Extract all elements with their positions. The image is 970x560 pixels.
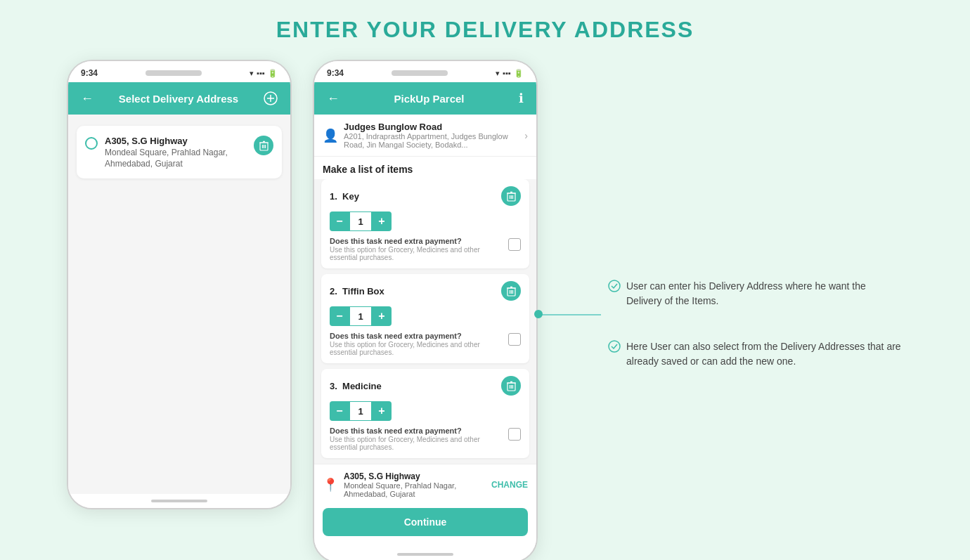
quantity-row-3: − 1 + <box>330 401 521 421</box>
pickup-address-row: 👤 Judges Bunglow Road A201, Indraprasth … <box>314 115 536 157</box>
home-bar-1 <box>68 494 290 508</box>
ep-desc-1: Use this option for Grocery, Medicines a… <box>330 246 503 261</box>
svg-point-28 <box>609 341 620 352</box>
notch-1 <box>146 70 202 76</box>
address-line2-1: Mondeal Square, Prahlad Nagar, <box>105 148 247 157</box>
qty-value-3: 1 <box>349 401 372 421</box>
header-title-1: Select Delivery Address <box>119 93 238 105</box>
extra-payment-row-2: Does this task need extra payment? Use t… <box>330 332 521 356</box>
qty-minus-3[interactable]: − <box>330 401 349 421</box>
app-header-2: ← PickUp Parcel ℹ <box>314 82 536 115</box>
address-line1-1: A305, S.G Highway <box>105 136 247 146</box>
status-bar-2: 9:34 ▾ ▪▪▪ 🔋 <box>314 61 536 82</box>
extra-payment-text-1: Does this task need extra payment? Use t… <box>330 237 503 261</box>
ep-checkbox-1[interactable] <box>508 238 521 251</box>
delivery-addr-line3: Ahmedabad, Gujarat <box>344 490 486 498</box>
signal-icon: ▪▪▪ <box>257 69 265 77</box>
item-name-3: 3. Medicine <box>330 381 382 391</box>
item-name-2: 2. Tiffin Box <box>330 286 384 297</box>
item-header-2: 2. Tiffin Box <box>330 281 521 301</box>
address-text-1: A305, S.G Highway Mondeal Square, Prahla… <box>105 136 247 169</box>
chevron-right-icon: › <box>524 130 528 141</box>
delivery-addr-line2: Mondeal Square, Prahlad Nagar, <box>344 481 486 490</box>
extra-payment-row-1: Does this task need extra payment? Use t… <box>330 237 521 261</box>
back-button-1[interactable]: ← <box>78 91 96 106</box>
ep-label-1: Does this task need extra payment? <box>330 237 503 245</box>
continue-button[interactable]: Continue <box>323 508 528 536</box>
status-icons-2: ▾ ▪▪▪ 🔋 <box>496 69 524 78</box>
qty-plus-3[interactable]: + <box>372 401 392 421</box>
item-card-2: 2. Tiffin Box <box>321 274 529 363</box>
battery-icon: 🔋 <box>268 69 278 78</box>
qty-minus-2[interactable]: − <box>330 306 349 326</box>
status-icons-1: ▾ ▪▪▪ 🔋 <box>250 69 278 78</box>
time-1: 9:34 <box>81 68 98 78</box>
delivery-addr-line1: A305, S.G Highway <box>344 471 486 481</box>
qty-value-2: 1 <box>349 306 372 326</box>
battery-icon-2: 🔋 <box>514 69 524 78</box>
address-card-1: A305, S.G Highway Mondeal Square, Prahla… <box>77 126 282 178</box>
phone-select-address: 9:34 ▾ ▪▪▪ 🔋 ← Select Delivery Address <box>67 60 292 509</box>
page-title: ENTER YOUR DELIVERY ADDRESS <box>276 17 694 43</box>
change-button[interactable]: CHANGE <box>491 480 528 490</box>
item-name-1: 1. Key <box>330 191 359 202</box>
time-2: 9:34 <box>327 68 344 78</box>
ep-desc-2: Use this option for Grocery, Medicines a… <box>330 341 503 356</box>
pickup-addr-line2: A201, Indraprasth Appartment, Judges Bun… <box>344 132 519 149</box>
home-bar-2 <box>314 547 536 560</box>
extra-payment-text-2: Does this task need extra payment? Use t… <box>330 332 503 356</box>
ep-label-2: Does this task need extra payment? <box>330 332 503 340</box>
phone-pickup-parcel: 9:34 ▾ ▪▪▪ 🔋 ← PickUp Parcel ℹ 👤 Judges … <box>313 60 538 560</box>
signal-icon-2: ▪▪▪ <box>503 69 511 77</box>
status-bar-1: 9:34 ▾ ▪▪▪ 🔋 <box>68 61 290 82</box>
item-card-3: 3. Medicine <box>321 369 529 458</box>
check-icon-1 <box>608 280 621 295</box>
qty-minus-1[interactable]: − <box>330 211 349 231</box>
person-icon: 👤 <box>323 128 338 143</box>
info-button-2[interactable]: ℹ <box>516 91 526 106</box>
pickup-screen: 👤 Judges Bunglow Road A201, Indraprasth … <box>314 115 536 547</box>
items-section-title: Make a list of items <box>314 157 536 179</box>
delete-item-3[interactable] <box>501 376 521 396</box>
add-button-1[interactable] <box>261 91 280 105</box>
annotation-text-1: User can enter his Delivery Address wher… <box>626 279 903 308</box>
svg-point-27 <box>609 280 620 292</box>
ep-checkbox-3[interactable] <box>508 428 521 441</box>
delete-item-2[interactable] <box>501 281 521 301</box>
items-list: 1. Key <box>314 179 536 464</box>
address-line3-1: Ahmedabad, Gujarat <box>105 159 247 169</box>
item-header-1: 1. Key <box>330 186 521 206</box>
item-card-1: 1. Key <box>321 179 529 268</box>
delete-item-1[interactable] <box>501 186 521 206</box>
location-icon: 📍 <box>323 477 338 493</box>
extra-payment-text-3: Does this task need extra payment? Use t… <box>330 426 503 451</box>
quantity-row-1: − 1 + <box>330 211 521 231</box>
check-icon-2 <box>608 340 621 356</box>
delete-button-1[interactable] <box>254 136 273 155</box>
connector-line <box>538 314 601 315</box>
delivery-footer: 📍 A305, S.G Highway Mondeal Square, Prah… <box>314 464 536 502</box>
annotation-item-2: Here User can also select from the Deliv… <box>608 339 903 369</box>
phone-screen-1: A305, S.G Highway Mondeal Square, Prahla… <box>68 115 290 494</box>
ep-label-3: Does this task need extra payment? <box>330 426 503 435</box>
annotation-text-2: Here User can also select from the Deliv… <box>626 339 903 369</box>
qty-plus-1[interactable]: + <box>372 211 392 231</box>
radio-button-1[interactable] <box>85 137 98 150</box>
pickup-addr-line1: Judges Bunglow Road <box>344 122 519 132</box>
annotation-item-1: User can enter his Delivery Address wher… <box>608 279 903 308</box>
ep-desc-3: Use this option for Grocery, Medicines a… <box>330 436 503 451</box>
app-header-1: ← Select Delivery Address <box>68 82 290 115</box>
quantity-row-2: − 1 + <box>330 306 521 326</box>
notch-2 <box>392 70 448 76</box>
wifi-icon-2: ▾ <box>496 69 500 78</box>
connector-dot <box>534 310 543 318</box>
ep-checkbox-2[interactable] <box>508 333 521 346</box>
item-header-3: 3. Medicine <box>330 376 521 396</box>
back-button-2[interactable]: ← <box>324 91 342 106</box>
qty-value-1: 1 <box>349 211 372 231</box>
qty-plus-2[interactable]: + <box>372 306 392 326</box>
delivery-addr-text: A305, S.G Highway Mondeal Square, Prahla… <box>344 471 486 498</box>
pickup-addr-text: Judges Bunglow Road A201, Indraprasth Ap… <box>344 122 519 149</box>
wifi-icon: ▾ <box>250 69 254 78</box>
extra-payment-row-3: Does this task need extra payment? Use t… <box>330 426 521 451</box>
